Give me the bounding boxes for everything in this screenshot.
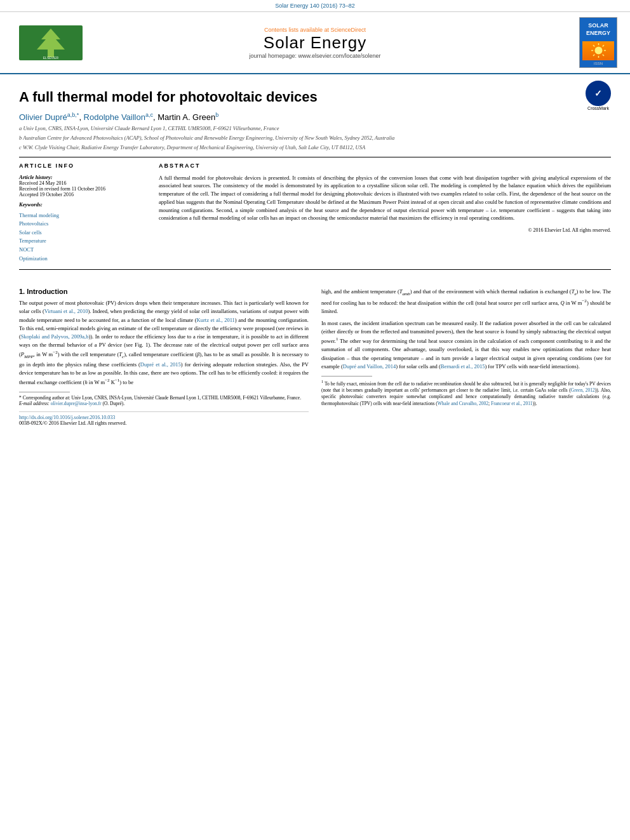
tc-symbol: Tc — [119, 351, 124, 357]
footnote-divider-left — [19, 392, 70, 392]
svg-text:✓: ✓ — [594, 88, 602, 98]
beta-symbol: β — [197, 351, 199, 357]
article-info-panel: ARTICLE INFO Article history: Received 2… — [19, 163, 146, 263]
svg-text:ELSEVIER: ELSEVIER — [43, 56, 59, 60]
svg-line-10 — [602, 45, 603, 46]
keywords-label: Keywords: — [19, 201, 146, 208]
revised-date: Received in revised form 11 October 2016 — [19, 186, 146, 192]
sciencedirect-name: ScienceDirect — [331, 27, 366, 33]
author1-name: Olivier Dupré — [19, 112, 67, 122]
tamb-symbol: Tamb — [399, 288, 410, 295]
abstract-section: ABSTRACT A full thermal model for photov… — [159, 163, 611, 263]
author2-name: Rodolphe Vaillon — [84, 112, 145, 122]
footnote1: 1 To be fully exact, emission from the c… — [321, 379, 611, 408]
ref-bernardi: Bernardi et al., 2015 — [441, 363, 485, 370]
right-paragraph-2: In most cases, the incident irradiation … — [321, 319, 611, 371]
ref-whale: Whale and Cravalho, 2002 — [438, 401, 488, 406]
elsevier-tree-logo: ELSEVIER — [19, 25, 83, 60]
doi-url: http://dx.doi.org/10.1016/j.solener.2016… — [19, 415, 115, 420]
ref-dupre2014: Dupré and Vaillon, 2014 — [343, 363, 396, 370]
right-paragraph-1: high, and the ambient temperature (Tamb)… — [321, 288, 611, 316]
ref-kurtz: Kurtz et al., 2011 — [197, 317, 235, 323]
corresponding-author-note: * Corresponding author at: Univ Lyon, CN… — [19, 395, 309, 401]
accepted-date: Accepted 19 October 2016 — [19, 192, 146, 197]
journal-reference: Solar Energy 140 (2016) 73–82 — [275, 3, 355, 9]
copyright-line: © 2016 Elsevier Ltd. All rights reserved… — [159, 227, 611, 233]
doi-link: http://dx.doi.org/10.1016/j.solener.2016… — [19, 415, 309, 420]
affiliation-b: b Australian Centre for Advanced Photovo… — [19, 135, 611, 142]
author2-sup: a,c — [145, 112, 153, 118]
keyword-5: NOCT — [19, 246, 146, 255]
author3-sup: b — [215, 112, 218, 118]
journal-header: ELSEVIER Contents lists available at Sci… — [0, 12, 630, 74]
issn-line: 0038-092X/© 2016 Elsevier Ltd. All right… — [19, 420, 309, 426]
body-content: 1. Introduction The output power of most… — [0, 281, 630, 432]
section1-title: 1. Introduction — [19, 288, 309, 295]
keywords-section: Keywords: Thermal modeling Photovoltaics… — [19, 201, 146, 263]
sciencedirect-link: Contents lists available at ScienceDirec… — [89, 27, 541, 33]
footnote-divider-right — [321, 376, 372, 377]
crossmark-label: CrossMark — [586, 106, 611, 110]
article-info-title: ARTICLE INFO — [19, 163, 146, 169]
h-symbol: h — [84, 379, 87, 385]
author3-name: Martin A. Green — [158, 112, 215, 122]
ref-francoeur: Francoeur et al., 2011 — [491, 401, 532, 406]
elsevier-logo-area: ELSEVIER — [13, 25, 89, 60]
pmpp-symbol: PMPP — [21, 351, 34, 357]
divider-2 — [19, 269, 611, 270]
affiliation-a: a Univ Lyon, CNRS, INSA-Lyon, Université… — [19, 125, 611, 133]
keyword-2: Photovoltaics — [19, 220, 146, 229]
svg-line-8 — [593, 45, 594, 46]
main-content: A full thermal model for photovoltaic de… — [0, 74, 630, 281]
doi-section: http://dx.doi.org/10.1016/j.solener.2016… — [19, 411, 309, 426]
cover-issn: ISSN — [594, 62, 603, 65]
abstract-text: A full thermal model for photovoltaic de… — [159, 174, 611, 223]
contents-text: Contents lists available at — [264, 27, 329, 33]
ref-green2012: Green, 2012 — [571, 387, 595, 393]
journal-title: Solar Energy — [89, 33, 541, 53]
email-note: E-mail address: olivier.dupre@insa-lyon.… — [19, 401, 309, 406]
homepage-link: journal homepage: www.elsevier.com/locat… — [89, 53, 541, 59]
authors-line: Olivier Dupréa,b,*, Rodolphe Vaillona,c,… — [19, 112, 611, 122]
and-word: and — [334, 288, 342, 295]
header-center: Contents lists available at ScienceDirec… — [89, 27, 541, 59]
top-bar: Solar Energy 140 (2016) 73–82 — [0, 0, 630, 12]
crossmark-badge: ✓ — [586, 81, 611, 106]
divider-1 — [19, 157, 611, 157]
keyword-6: Optimization — [19, 255, 146, 263]
email-address: olivier.dupre@insa-lyon.fr — [51, 401, 102, 406]
abstract-title: ABSTRACT — [159, 163, 611, 169]
te-symbol: Te — [572, 288, 577, 295]
history-label: Article history: — [19, 174, 146, 180]
body-right-column: high, and the ambient temperature (Tamb)… — [321, 288, 611, 426]
svg-line-11 — [593, 55, 594, 56]
svg-point-3 — [594, 47, 602, 55]
header-left: ELSEVIER — [13, 25, 89, 60]
page-wrapper: Solar Energy 140 (2016) 73–82 ELSEVIER C… — [0, 0, 630, 432]
q-symbol: Q — [560, 300, 564, 306]
intro-paragraph-1: The output power of most photovoltaic (P… — [19, 299, 309, 387]
author1-sup: a,b,* — [67, 112, 79, 118]
svg-line-9 — [602, 55, 603, 56]
keyword-1: Thermal modeling — [19, 211, 146, 220]
info-abstract-section: ARTICLE INFO Article history: Received 2… — [19, 163, 611, 263]
footnote1-number: 1 — [321, 379, 323, 383]
body-left-column: 1. Introduction The output power of most… — [19, 288, 309, 426]
email-label: E-mail address: — [19, 401, 50, 406]
title-row: A full thermal model for photovoltaic de… — [19, 81, 611, 112]
header-right: SOLARENERGY ISSN — [541, 17, 617, 68]
ref-skoplaki: Skoplaki and Palyvos, 2009a,b — [21, 333, 89, 340]
cover-text: SOLARENERGY — [584, 20, 613, 39]
ref-virtuani: Virtuani et al., 2010 — [44, 308, 88, 314]
affiliation-c: c W.W. Clyde Visiting Chair, Radiative E… — [19, 144, 611, 152]
footnote1-ref: 1 — [336, 337, 338, 342]
keywords-heading: Keywords: — [19, 201, 146, 208]
ref-dupre2015: Dupré et al., 2015 — [140, 361, 181, 368]
received-date: Received 24 May 2016 — [19, 180, 146, 186]
article-title: A full thermal model for photovoltaic de… — [19, 88, 318, 107]
history-section: Article history: Received 24 May 2016 Re… — [19, 174, 146, 197]
crossmark-area: ✓ CrossMark — [586, 81, 611, 110]
journal-cover: SOLARENERGY ISSN — [579, 17, 617, 68]
cover-image — [582, 41, 614, 60]
keyword-3: Solar cells — [19, 229, 146, 237]
